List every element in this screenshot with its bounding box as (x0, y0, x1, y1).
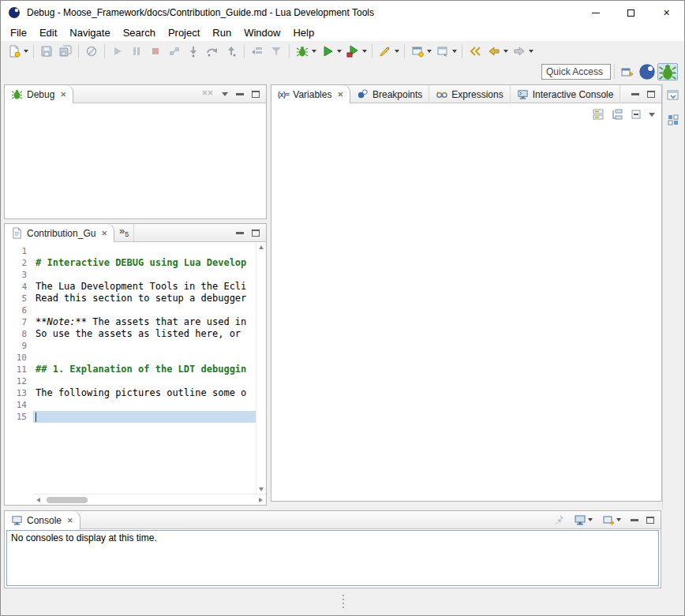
line-number[interactable]: 1 (5, 245, 33, 257)
tab-debug[interactable]: Debug ✕ (5, 85, 73, 103)
view-menu-icon[interactable] (222, 92, 228, 96)
maximize-view-icon[interactable] (252, 91, 260, 98)
code-line[interactable]: The following pictures outline some o (33, 387, 256, 399)
mark-occurrences-button[interactable] (376, 43, 401, 60)
save-all-button[interactable] (56, 43, 75, 60)
menu-file[interactable]: File (4, 24, 33, 41)
new-wizard-button[interactable] (408, 43, 433, 60)
code-line[interactable] (33, 411, 256, 423)
back-dropdown-icon[interactable] (503, 50, 508, 53)
back-button[interactable] (485, 43, 510, 60)
line-number[interactable]: 10 (5, 352, 33, 364)
menu-window[interactable]: Window (238, 24, 286, 41)
show-type-names-icon[interactable] (592, 108, 605, 121)
save-button[interactable] (37, 43, 56, 60)
last-edit-location-button[interactable] (466, 43, 485, 60)
editor-horizontal-scrollbar[interactable] (33, 494, 266, 505)
code-line[interactable] (33, 352, 256, 364)
minimize-view-icon[interactable] (236, 93, 244, 95)
line-number[interactable]: 7 (5, 316, 33, 328)
code-line[interactable]: **Note:** The assets that are used in (33, 316, 256, 328)
step-return-button[interactable] (222, 43, 241, 60)
code-line[interactable] (33, 340, 256, 352)
resume-button[interactable] (108, 43, 127, 60)
bottom-sash-handle[interactable] (340, 595, 346, 614)
menu-project[interactable]: Project (162, 24, 206, 41)
debug-dropdown-icon[interactable] (312, 50, 316, 53)
run-button[interactable] (318, 43, 343, 60)
variables-content[interactable] (271, 125, 661, 501)
outline-view-button[interactable] (664, 111, 682, 129)
tab-breakpoints[interactable]: Breakpoints (350, 85, 429, 103)
new-wizard-dropdown-icon[interactable] (427, 50, 432, 53)
pin-console-icon[interactable] (553, 513, 566, 526)
code-line[interactable]: # Interactive DEBUG using Lua Develop (33, 257, 256, 269)
menu-run[interactable]: Run (206, 24, 238, 41)
editor-gutter[interactable]: 123456789101112131415 (5, 243, 33, 494)
open-console-dropdown-icon[interactable] (616, 518, 621, 521)
new-dropdown-icon[interactable] (24, 50, 28, 53)
mark-occurrences-dropdown-icon[interactable] (395, 50, 399, 53)
open-element-button[interactable] (433, 43, 459, 60)
external-tools-button[interactable] (343, 43, 369, 60)
code-line[interactable]: Read this section to setup a debugger (33, 293, 256, 304)
line-number[interactable]: 5 (5, 293, 33, 304)
scroll-up-icon[interactable] (259, 245, 264, 249)
scrollbar-thumb[interactable] (47, 497, 88, 503)
console-content[interactable]: No consoles to display at this time. (6, 530, 659, 586)
disconnect-button[interactable] (165, 43, 184, 60)
tab-close-icon[interactable]: ✕ (99, 230, 107, 237)
display-console-button[interactable] (574, 513, 594, 526)
run-dropdown-icon[interactable] (337, 50, 342, 53)
maximize-view-icon[interactable] (647, 91, 655, 98)
editor-tab-overflow-button[interactable]: » 5 (114, 224, 134, 241)
display-console-dropdown-icon[interactable] (588, 518, 593, 521)
line-number[interactable]: 2 (5, 257, 33, 269)
view-menu-icon[interactable] (649, 113, 655, 117)
suspend-button[interactable] (127, 43, 146, 60)
line-number[interactable]: 14 (5, 399, 33, 411)
menu-search[interactable]: Search (117, 24, 162, 41)
code-line[interactable]: The Lua Development Tools in the Ecli (33, 281, 256, 293)
scroll-right-icon[interactable] (259, 498, 263, 502)
open-element-dropdown-icon[interactable] (452, 50, 457, 53)
code-line[interactable] (33, 245, 256, 257)
debug-button[interactable] (293, 43, 318, 60)
line-number[interactable]: 3 (5, 269, 33, 281)
line-number[interactable]: 15 (5, 411, 33, 423)
show-logical-structures-icon[interactable] (611, 108, 623, 121)
collapse-all-icon[interactable] (630, 108, 642, 121)
open-perspective-button[interactable] (618, 63, 637, 80)
external-tools-dropdown-icon[interactable] (362, 50, 367, 53)
line-number[interactable]: 6 (5, 304, 33, 316)
maximize-view-icon[interactable] (252, 230, 260, 237)
skip-breakpoints-button[interactable] (82, 43, 101, 60)
maximize-button[interactable] (613, 1, 649, 24)
tab-close-icon[interactable]: ✕ (66, 517, 73, 525)
minimize-view-icon[interactable] (631, 519, 638, 521)
maximize-view-icon[interactable] (646, 517, 654, 524)
remove-terminated-icon[interactable] (201, 88, 214, 100)
perspective-debug-button[interactable] (657, 63, 678, 80)
code-line[interactable]: So use the assets as listed here, or (33, 328, 256, 340)
scroll-down-icon[interactable] (259, 487, 264, 491)
code-line[interactable] (33, 304, 256, 316)
line-number[interactable]: 4 (5, 281, 33, 293)
line-number[interactable]: 8 (5, 328, 33, 340)
forward-dropdown-icon[interactable] (529, 50, 533, 53)
tab-close-icon[interactable]: ✕ (335, 91, 343, 99)
tab-variables[interactable]: (x)= Variables ✕ (271, 85, 350, 103)
editor-vertical-scrollbar[interactable] (256, 243, 266, 494)
debug-view-content[interactable] (5, 104, 266, 218)
terminate-button[interactable] (146, 43, 165, 60)
menu-edit[interactable]: Edit (33, 24, 63, 41)
step-over-button[interactable] (203, 43, 222, 60)
menu-help[interactable]: Help (286, 24, 320, 41)
minimize-view-icon[interactable] (631, 93, 639, 95)
code-line[interactable] (33, 269, 256, 281)
editor-code[interactable]: # Interactive DEBUG using Lua DevelopThe… (33, 243, 256, 494)
drop-to-frame-button[interactable] (248, 43, 267, 60)
quick-access-input[interactable]: Quick Access (541, 64, 611, 80)
line-number[interactable]: 13 (5, 387, 33, 399)
line-number[interactable]: 11 (5, 364, 33, 375)
